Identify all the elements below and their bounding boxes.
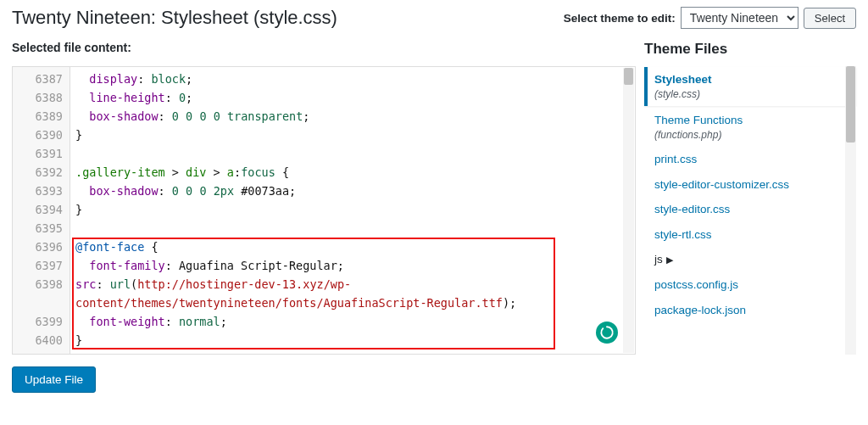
code-line[interactable]: src: url(http://hostinger-dev-13.xyz/wp-… xyxy=(75,275,635,312)
line-number: 6393 xyxy=(13,182,70,200)
code-line[interactable]: box-shadow: 0 0 0 2px #0073aa; xyxy=(75,182,635,200)
code-line[interactable]: @font-face { xyxy=(75,238,635,256)
code-line[interactable] xyxy=(75,219,635,238)
code-body[interactable]: display: block; line-height: 0; box-shad… xyxy=(70,67,635,354)
code-line[interactable]: line-height: 0; xyxy=(75,88,635,107)
line-number: 6392 xyxy=(13,163,70,182)
select-theme-button[interactable]: Select xyxy=(804,8,856,29)
code-line[interactable]: box-shadow: 0 0 0 0 transparent; xyxy=(75,107,635,126)
file-name: style-editor-customizer.css xyxy=(654,178,789,191)
line-number: 6396 xyxy=(13,238,70,256)
theme-selector-label: Select theme to edit: xyxy=(564,12,676,25)
editor-scrollbar[interactable] xyxy=(623,68,634,353)
code-line[interactable] xyxy=(75,144,635,163)
file-name: style-editor.css xyxy=(654,203,730,215)
file-name: package-lock.json xyxy=(654,304,746,316)
code-line[interactable]: font-weight: normal; xyxy=(75,312,635,331)
theme-file[interactable]: postcss.config.js xyxy=(644,272,856,298)
files-scrollbar[interactable] xyxy=(845,66,856,355)
theme-file[interactable]: Theme Functions(functions.php) xyxy=(644,108,856,147)
line-number: 6397 xyxy=(13,256,70,275)
chevron-right-icon: ▶ xyxy=(666,254,673,266)
theme-files-heading: Theme Files xyxy=(644,41,856,58)
file-subname: (functions.php) xyxy=(654,129,848,143)
line-number: 6389 xyxy=(13,107,70,126)
line-number: 6399 xyxy=(13,312,70,331)
line-number: 6395 xyxy=(13,219,70,238)
line-number: 6387 xyxy=(13,70,70,88)
selected-file-label: Selected file content: xyxy=(12,41,131,61)
code-line[interactable]: } xyxy=(75,200,635,219)
update-file-button[interactable]: Update File xyxy=(12,366,96,393)
theme-dropdown[interactable]: Twenty Nineteen xyxy=(681,7,798,29)
code-line[interactable]: } xyxy=(75,126,635,144)
file-name: Theme Functions xyxy=(654,114,743,126)
theme-selector: Select theme to edit: Twenty Nineteen Se… xyxy=(564,7,856,29)
file-name: Stylesheet xyxy=(654,73,712,86)
code-line[interactable]: display: block; xyxy=(75,70,635,88)
file-subname: (style.css) xyxy=(654,88,848,102)
file-name: postcss.config.js xyxy=(654,278,738,291)
loading-spinner-icon xyxy=(596,322,618,344)
line-number-gutter: 6387638863896390639163926393639463956396… xyxy=(13,67,70,354)
page-title: Twenty Nineteen: Stylesheet (style.css) xyxy=(12,7,337,29)
code-editor[interactable]: 6387638863896390639163926393639463956396… xyxy=(12,66,636,355)
code-line[interactable]: } xyxy=(75,331,635,350)
line-number: 6390 xyxy=(13,126,70,144)
theme-file[interactable]: style-rtl.css xyxy=(644,222,856,248)
line-number: 6400 xyxy=(13,331,70,350)
line-number: 6394 xyxy=(13,200,70,219)
theme-file[interactable]: style-editor.css xyxy=(644,197,856,222)
theme-file[interactable]: package-lock.json xyxy=(644,298,856,323)
line-number: 6398 xyxy=(13,275,70,294)
theme-file[interactable]: print.css xyxy=(644,147,856,172)
line-number: 6388 xyxy=(13,88,70,107)
theme-folder[interactable]: js▶ xyxy=(644,247,856,272)
code-line[interactable]: .gallery-item > div > a:focus { xyxy=(75,163,635,182)
code-line[interactable]: font-family: Aguafina Script-Regular; xyxy=(75,256,635,275)
theme-files-panel: Stylesheet(style.css)Theme Functions(fun… xyxy=(644,66,856,355)
theme-file[interactable]: Stylesheet(style.css) xyxy=(644,67,856,106)
line-number: 6391 xyxy=(13,144,70,163)
theme-file[interactable]: style-editor-customizer.css xyxy=(644,172,856,198)
file-name: style-rtl.css xyxy=(654,228,712,241)
file-name: js xyxy=(654,253,663,266)
file-name: print.css xyxy=(654,153,697,165)
